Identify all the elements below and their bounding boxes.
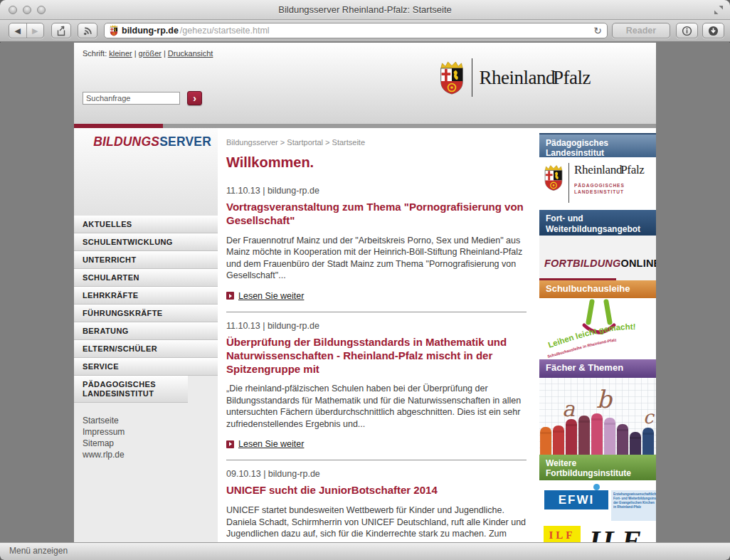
article-meta: 11.10.13 | bildung-rp.de xyxy=(226,186,527,196)
efwi-logo: EFWI xyxy=(544,490,608,509)
sidebar-item-schulentwicklung[interactable]: SCHULENTWICKLUNG xyxy=(74,233,218,251)
address-bar[interactable]: bildung-rp.de/gehezu/startseite.html ↻ xyxy=(104,23,608,38)
read-more-label: Lesen Sie weiter xyxy=(238,439,304,449)
fbo-red-line xyxy=(539,278,616,280)
pli-logo-box[interactable]: RheinlandPfalz PÄDAGOGISCHES LANDESINSTI… xyxy=(539,157,656,210)
reader-button[interactable]: Reader xyxy=(612,23,670,38)
url-host: bildung-rp.de xyxy=(122,26,179,36)
article-title[interactable]: Vortragsveranstaltung zum Thema "Pornogr… xyxy=(226,201,527,228)
rheinland-pfalz-logo: RheinlandPfalz xyxy=(439,58,591,97)
status-bar: Menü anzeigen xyxy=(0,542,730,560)
state-name-part2: Pfalz xyxy=(553,67,591,88)
article-body: Der Frauennotruf Mainz und der "Arbeitsk… xyxy=(226,235,527,282)
banner-faecher-und-themen[interactable]: Fächer & Themen xyxy=(539,359,656,378)
read-more-link[interactable]: Lesen Sie weiter xyxy=(226,291,527,301)
coat-of-arms-icon xyxy=(544,164,564,191)
left-sidebar: BILDUNGSSERVER AKTUELLES SCHULENTWICKLUN… xyxy=(74,128,218,542)
rss-button[interactable] xyxy=(78,23,97,38)
download-icon xyxy=(708,26,719,36)
crayons-illustration: a b c xyxy=(539,378,656,455)
bildungsserver-logo[interactable]: BILDUNGSSERVER xyxy=(74,128,218,216)
arrow-bullet-icon xyxy=(226,292,234,300)
sidebar-item-fuehrungskraefte[interactable]: FÜHRUNGSKRÄFTE xyxy=(74,305,218,322)
schulbuchausleihe-logo-box[interactable]: Leihen leicht gemacht! Schulbuchausleihe… xyxy=(539,298,656,359)
main-navigation: AKTUELLES SCHULENTWICKLUNG UNTERRICHT SC… xyxy=(74,216,218,403)
font-smaller-link[interactable]: kleiner xyxy=(109,49,132,58)
breadcrumb: Bildungsserver > Startportal > Startseit… xyxy=(226,138,527,147)
schulbuchausleihe-logo: Leihen leicht gemacht! Schulbuchausleihe… xyxy=(539,298,656,359)
banner-schulbuchausleihe[interactable]: Schulbuchausleihe xyxy=(539,280,656,299)
article-separator xyxy=(226,312,527,312)
sidebar-item-service[interactable]: SERVICE xyxy=(74,358,218,376)
search-input[interactable] xyxy=(83,92,180,105)
browser-window: Bildungsserver Rheinland-Pfalz: Startsei… xyxy=(0,0,730,560)
url-path: /gehezu/startseite.html xyxy=(180,26,270,36)
link-sitemap[interactable]: Sitemap xyxy=(83,438,218,449)
banner-fort-und-weiterbildungsangebot[interactable]: Fort- und Weiterbildungsangebot xyxy=(539,210,656,236)
ilf-logo-badge: ILF xyxy=(544,526,581,542)
share-button[interactable] xyxy=(51,23,71,38)
font-controls-label: Schrift: xyxy=(83,49,107,58)
sidebar-item-schularten[interactable]: SCHULARTEN xyxy=(74,269,218,287)
ilf-logo-box[interactable]: ILF ILF xyxy=(539,522,656,542)
banner-paedagogisches-landesinstitut[interactable]: Pädagogisches Landesinstitut xyxy=(539,133,656,157)
fbo-logo-part1: FORTBILDUNG xyxy=(544,258,620,269)
state-name-part1: Rheinland xyxy=(480,67,555,88)
reload-icon[interactable]: ↻ xyxy=(593,26,602,36)
print-view-link[interactable]: Druckansicht xyxy=(168,49,213,58)
history-nav-group: ◀ ▶ xyxy=(9,23,44,38)
close-window-button[interactable] xyxy=(9,6,17,14)
downloads-button[interactable] xyxy=(702,23,724,38)
coat-of-arms-icon xyxy=(439,60,465,95)
state-name-part2: Pfalz xyxy=(620,163,644,176)
page-container: Schrift: kleiner|größer|Druckansicht › R… xyxy=(74,43,656,542)
logo-divider xyxy=(568,163,569,203)
info-icon xyxy=(682,26,692,36)
font-larger-link[interactable]: größer xyxy=(139,49,162,58)
forward-button[interactable]: ▶ xyxy=(27,26,44,36)
sidebar-item-unterricht[interactable]: UNTERRICHT xyxy=(74,251,218,269)
separator: | xyxy=(134,49,137,58)
link-startseite[interactable]: Startseite xyxy=(83,415,218,426)
title-bar: Bildungsserver Rheinland-Pfalz: Startsei… xyxy=(0,0,730,20)
crayons-image[interactable]: a b c xyxy=(539,378,656,455)
news-article: 11.10.13 | bildung-rp.de Überprüfung der… xyxy=(226,321,527,450)
browser-toolbar: ◀ ▶ bildung-rp.de/gehezu/startseite.html… xyxy=(0,20,730,42)
article-title[interactable]: UNICEF sucht die JuniorBotschafter 2014 xyxy=(226,484,527,497)
sidebar-item-aktuelles[interactable]: AKTUELLES xyxy=(74,216,218,233)
site-search: › xyxy=(83,91,202,105)
search-submit-button[interactable]: › xyxy=(187,91,202,105)
arrow-bullet-icon xyxy=(226,440,234,448)
letter-a: a xyxy=(562,396,575,421)
fbo-logo-part2: ONLINE xyxy=(620,258,656,269)
sidebar-item-eltern-schueler[interactable]: ELTERN/SCHÜLER xyxy=(74,340,218,358)
read-more-link[interactable]: Lesen Sie weiter xyxy=(226,439,527,449)
efwi-dot-icon xyxy=(593,484,600,490)
page-content: BILDUNGSSERVER AKTUELLES SCHULENTWICKLUN… xyxy=(74,128,656,542)
efwi-text-line4: in Rheinland-Pfalz xyxy=(613,505,656,509)
logo-part-server: SERVER xyxy=(159,134,211,149)
fortbildung-online-box[interactable]: FORTBILDUNGONLINE xyxy=(539,236,656,280)
efwi-logo-box[interactable]: EFWI Erziehungswissenschaftliches Fort- … xyxy=(539,482,656,521)
read-more-label: Lesen Sie weiter xyxy=(238,291,304,301)
traffic-lights xyxy=(9,6,46,14)
zoom-window-button[interactable] xyxy=(37,6,46,14)
fullscreen-icon[interactable] xyxy=(714,5,724,15)
letter-c: c xyxy=(643,406,655,428)
back-button[interactable]: ◀ xyxy=(9,26,26,36)
page-viewport: Schrift: kleiner|größer|Druckansicht › R… xyxy=(0,43,730,542)
article-title[interactable]: Überprüfung der Bildungsstandards in Mat… xyxy=(226,336,527,376)
link-rlp-de[interactable]: www.rlp.de xyxy=(83,449,218,460)
sidebar-item-beratung[interactable]: BERATUNG xyxy=(74,322,218,340)
article-separator xyxy=(226,460,527,460)
site-header: Schrift: kleiner|größer|Druckansicht › R… xyxy=(74,43,656,124)
logo-part-bildungs: BILDUNGS xyxy=(93,134,159,149)
minimize-window-button[interactable] xyxy=(23,6,31,14)
link-impressum[interactable]: Impressum xyxy=(83,426,218,438)
sidebar-item-paedagogisches-landesinstitut[interactable]: PÄDAGOGISCHES LANDESINSTITUT xyxy=(74,376,188,403)
sidebar-item-lehrkraefte[interactable]: LEHRKRÄFTE xyxy=(74,287,218,305)
banner-weitere-fortbildungsinstitute[interactable]: Weitere Fortbildungsinstitute xyxy=(539,455,656,480)
info-button[interactable] xyxy=(676,23,698,38)
pli-sub-line2: LANDESINSTITUT xyxy=(574,189,645,195)
font-size-controls: Schrift: kleiner|größer|Druckansicht xyxy=(83,49,213,58)
